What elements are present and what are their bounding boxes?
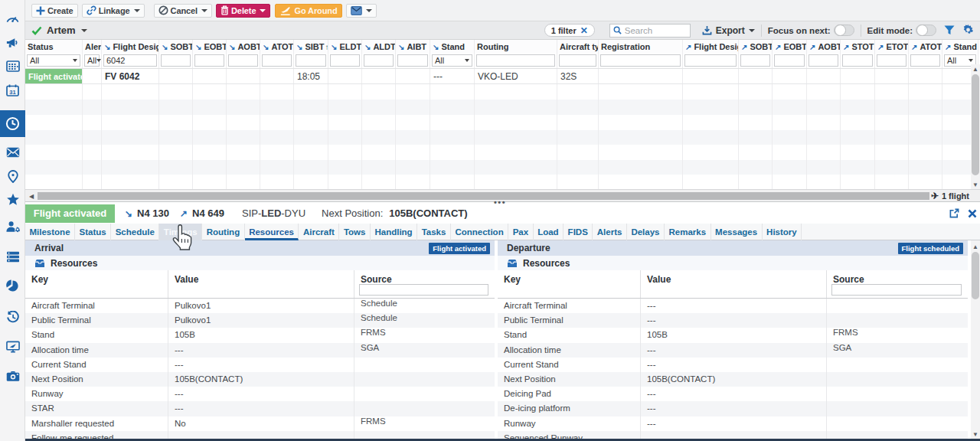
tab-delays[interactable]: Delays [627, 224, 665, 240]
sidebar-item-camera-gear[interactable] [0, 363, 25, 389]
sidebar-item-star[interactable] [0, 186, 25, 212]
tab-history[interactable]: History [763, 224, 802, 240]
resources-section-header[interactable]: Resources [25, 256, 495, 270]
tab-remarks[interactable]: Remarks [665, 224, 711, 240]
filter-input-eobt[interactable] [774, 54, 805, 67]
scrollbar-thumb[interactable] [972, 74, 979, 175]
resource-row[interactable]: Stand105BFRMS [498, 328, 968, 342]
sidebar-item-calendar-31[interactable]: 31 [0, 77, 25, 103]
tab-resources[interactable]: Resources [245, 224, 299, 240]
create-button[interactable]: Create [31, 4, 78, 18]
search-input[interactable] [625, 26, 686, 35]
scrollbar-thumb[interactable] [972, 252, 979, 299]
tab-pax[interactable]: Pax [508, 224, 533, 240]
user-menu[interactable]: Artem [31, 24, 87, 36]
expand-panel-button[interactable] [949, 208, 959, 218]
column-header-eobt[interactable]: ↗EOBT [773, 40, 807, 54]
sidebar-item-envelope[interactable] [0, 139, 25, 165]
linkage-button[interactable]: Linkage [82, 4, 145, 18]
export-button[interactable]: Export [702, 25, 755, 36]
source-filter-input[interactable] [831, 284, 962, 296]
table-row[interactable]: Flight activatedFV 604218:05---VKO-LED32… [25, 69, 980, 84]
filter-select-stand[interactable]: All [432, 54, 472, 67]
resource-row[interactable]: Next Position105B(CONTACT) [498, 372, 968, 387]
resource-row[interactable]: De-icing platform--- [498, 401, 968, 416]
filter-select-alerts[interactable]: All [84, 54, 100, 67]
filter-input-registration[interactable] [600, 54, 681, 67]
resource-row[interactable]: Aircraft TerminalPulkovo1Schedule [25, 299, 495, 313]
tab-status[interactable]: Status [75, 224, 111, 240]
filter-input-flight-desig[interactable] [684, 54, 737, 67]
column-header-alerts[interactable]: Alerts [83, 40, 102, 54]
column-header-registration[interactable]: Registration [599, 40, 683, 54]
resource-row[interactable]: Runway--- [25, 387, 495, 401]
resource-row[interactable]: Allocation time---SGA [498, 343, 968, 358]
column-header-sibt[interactable]: ↘SIBT↑ [294, 40, 328, 54]
resource-row[interactable]: Next Position105B(CONTACT) [25, 372, 495, 387]
filter-input-sobt[interactable] [740, 54, 770, 67]
column-header-routing[interactable]: Routing [475, 40, 557, 54]
resource-row[interactable]: Stand105BFRMS [25, 328, 495, 342]
filter-select-status[interactable]: All [27, 54, 80, 67]
filter-input-etot[interactable] [877, 54, 906, 67]
column-header-aibt[interactable]: ↘AIBT [396, 40, 430, 54]
filter-input-stot[interactable] [842, 54, 873, 67]
tab-tows[interactable]: Tows [339, 224, 371, 240]
sidebar-item-calendar-grid[interactable] [0, 53, 25, 79]
scroll-down-icon[interactable]: ▼ [971, 180, 980, 189]
sidebar-item-map-pin[interactable] [0, 163, 25, 189]
resource-row[interactable]: Deicing Pad--- [498, 387, 968, 401]
mail-button[interactable] [346, 4, 377, 18]
resource-row[interactable]: Allocation time---SGA [25, 343, 495, 358]
resource-row[interactable]: Marshaller requestedNoFRMS [25, 416, 495, 431]
tab-routing[interactable]: Routing [202, 224, 244, 240]
tab-fids[interactable]: FIDS [564, 224, 593, 240]
tab-tasks[interactable]: Tasks [417, 224, 451, 240]
delete-button[interactable]: Delete [216, 4, 270, 18]
tab-handling[interactable]: Handling [371, 224, 417, 240]
column-header-eldt[interactable]: ↘ELDT [328, 40, 362, 54]
column-header-aircraft-typ[interactable]: Aircraft typ [557, 40, 599, 54]
scroll-down-icon[interactable]: ▼ [971, 430, 980, 439]
column-header-atot[interactable]: ↘ATOT [260, 40, 294, 54]
column-header-aldt[interactable]: ↘ALDT [362, 40, 396, 54]
filter-button[interactable] [944, 25, 955, 35]
filter-input-atot[interactable] [910, 54, 940, 67]
column-header-etot[interactable]: ↗ETOT [875, 40, 909, 54]
tab-load[interactable]: Load [534, 224, 564, 240]
clear-filter-icon[interactable]: ✕ [580, 26, 588, 35]
focus-toggle-switch[interactable] [834, 24, 854, 36]
filter-input-flight-desig[interactable] [103, 54, 157, 67]
column-header-atot[interactable]: ↗ATOT [909, 40, 942, 54]
tab-schedule[interactable]: Schedule [111, 224, 159, 240]
settings-button[interactable] [962, 24, 974, 36]
resource-row[interactable]: STAR--- [25, 401, 495, 416]
tab-messages[interactable]: Messages [711, 224, 763, 240]
resource-row[interactable]: Public TerminalPulkovo1Schedule [25, 313, 495, 328]
sidebar-item-clock[interactable] [0, 110, 25, 137]
tab-aircraft[interactable]: Aircraft [299, 224, 339, 240]
resource-row[interactable]: Current Stand--- [498, 358, 968, 372]
go-around-button[interactable]: Go Around [275, 4, 341, 18]
active-filter-pill[interactable]: 1 filter ✕ [544, 24, 595, 37]
filter-input-aircraft-typ[interactable] [559, 54, 596, 67]
column-header-aobt[interactable]: ↘AOBT [227, 40, 260, 54]
filter-input-aobt[interactable] [808, 54, 838, 67]
filter-input-eobt[interactable] [194, 54, 224, 67]
tab-alerts[interactable]: Alerts [593, 224, 627, 240]
resource-row[interactable]: Current Stand--- [25, 358, 495, 372]
scroll-up-icon[interactable]: ▲ [971, 64, 980, 74]
source-filter-input[interactable] [359, 284, 488, 296]
resources-section-header[interactable]: Resources [498, 256, 968, 270]
detail-vertical-scrollbar[interactable]: ▲ ▼ [971, 240, 980, 441]
close-panel-button[interactable] [968, 209, 977, 218]
scroll-left-icon[interactable]: ◀ [27, 191, 36, 201]
column-header-stand[interactable]: ↗Stand [942, 40, 978, 54]
table-vertical-scrollbar[interactable]: ▲ ▼ [971, 64, 980, 189]
column-header-sobt[interactable]: ↘SOBT [159, 40, 193, 54]
edit-mode-toggle-switch[interactable] [916, 24, 936, 36]
column-header-stot[interactable]: ↗STOT [841, 40, 875, 54]
sidebar-item-history[interactable] [0, 304, 25, 330]
column-header-aobt[interactable]: ↗AOBT [807, 40, 841, 54]
filter-input-sobt[interactable] [161, 54, 191, 67]
